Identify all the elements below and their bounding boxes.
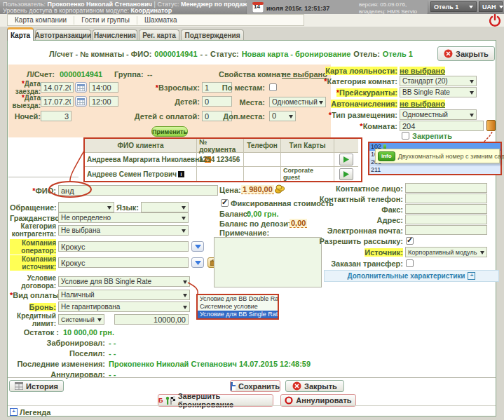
- nav-item-company-card[interactable]: Карта компании: [8, 16, 74, 25]
- close-button-label: Закрыть: [304, 382, 337, 391]
- tab-confirmations[interactable]: Подтверждения: [181, 29, 244, 41]
- settled-by-label: Поселил:: [14, 349, 105, 358]
- client-row[interactable]: Андреев Семен Петровичi Corporate guest: [85, 167, 361, 181]
- mailing-permission-checkbox[interactable]: [406, 237, 414, 245]
- transfer-ordered-label: Заказан трансфер:: [314, 259, 403, 268]
- room-picker-button[interactable]: [486, 120, 496, 131]
- price-value[interactable]: 1 980,00: [241, 185, 274, 194]
- nights-input[interactable]: [41, 111, 71, 121]
- close-card-button-top[interactable]: Закрыть: [437, 46, 495, 61]
- legend-label: Легенда: [20, 408, 50, 416]
- departure-time-input[interactable]: [89, 96, 118, 107]
- pricelist-value: BB Single Rate: [402, 88, 450, 96]
- source-company-picker-button[interactable]: [191, 257, 204, 268]
- extra-places-label: Доп.места:: [210, 112, 265, 121]
- tab-autotransactions[interactable]: Автотранзакции: [35, 29, 91, 41]
- departure-calendar-button[interactable]: [75, 96, 87, 107]
- note-textarea[interactable]: [214, 237, 322, 287]
- tab-reg-card[interactable]: Рег. карта: [139, 29, 179, 41]
- info-badge: info: [378, 151, 395, 161]
- nav-item-guests-groups[interactable]: Гости и группы: [74, 16, 137, 25]
- payment-type-value: Наличный: [61, 291, 95, 299]
- chevron-down-icon: [183, 306, 187, 309]
- language-select[interactable]: [141, 202, 189, 212]
- tab-charges[interactable]: Начисления: [93, 29, 137, 41]
- power-logout-icon[interactable]: [489, 14, 501, 27]
- by-places-checkbox[interactable]: [269, 83, 277, 91]
- access-label: Уровень доступа в корпоративном модуле:: [3, 7, 129, 14]
- source-company-input[interactable]: [58, 257, 189, 268]
- arrival-time-input[interactable]: [89, 82, 118, 93]
- salutation-select[interactable]: [58, 202, 114, 212]
- contract-condition-select[interactable]: Условие для BB Single Rate: [58, 276, 190, 287]
- hold-value: Не гарантирована: [61, 303, 120, 311]
- play-icon: [343, 156, 349, 163]
- pricelist-select[interactable]: BB Single Rate: [400, 87, 477, 97]
- autocharges-link[interactable]: не выбрано: [400, 100, 445, 108]
- col-header-card-type: Тип Карты: [281, 139, 334, 153]
- access-level-line: Уровень доступа в корпоративном модуле: …: [3, 7, 172, 14]
- save-button[interactable]: Сохранить: [230, 380, 280, 392]
- card-status-value: Новая карта - бронирование: [242, 50, 351, 58]
- card-hotel-value: Отель 1: [383, 50, 413, 58]
- calendar-icon: [77, 84, 85, 91]
- deposit-balance-value[interactable]: 0,00: [290, 219, 307, 228]
- citizenship-select[interactable]: Не определено: [58, 212, 189, 223]
- client-document-cell: [197, 167, 244, 181]
- pin-room-checkbox[interactable]: [402, 132, 409, 140]
- tab-card[interactable]: Карта: [7, 27, 34, 41]
- client-card-type-cell: [281, 153, 334, 167]
- currency-selector[interactable]: UAH: [479, 1, 503, 12]
- arrival-date-input[interactable]: [41, 82, 74, 93]
- nav-item-chessboard[interactable]: Шахматка: [137, 16, 184, 25]
- chevron-down-icon: [470, 80, 474, 83]
- placement-type-select[interactable]: Одноместный: [400, 109, 477, 120]
- extra-characteristics-expander[interactable]: Дополнительные характеристики +: [324, 270, 499, 282]
- operator-company-picker-button[interactable]: [191, 241, 204, 252]
- operator-company-input[interactable]: [58, 241, 189, 252]
- history-button[interactable]: История: [9, 380, 64, 392]
- client-card-type-cell: Corporate guest: [281, 167, 334, 181]
- coins-icon[interactable]: [275, 184, 285, 194]
- hotel-selector[interactable]: Отель 1: [430, 1, 477, 12]
- close-button-bottom[interactable]: Закрыть: [285, 380, 344, 392]
- credit-limit-amount-input[interactable]: [114, 314, 189, 325]
- dropdown-option[interactable]: Системное условие: [198, 303, 278, 311]
- apply-button[interactable]: Применить: [151, 126, 188, 137]
- fixed-price-checkbox[interactable]: [221, 199, 229, 207]
- arrival-calendar-button[interactable]: [75, 82, 87, 93]
- dropdown-option-selected[interactable]: Условие для BB Single Rate: [198, 311, 278, 318]
- card-header-line: Л/счет - № комнаты - ФИО: 0000014941 - -…: [49, 50, 413, 58]
- counterparty-category-select[interactable]: Не выбрана: [58, 225, 189, 236]
- legend-expand-icon[interactable]: +: [10, 408, 18, 416]
- access-value: Координатор: [130, 7, 172, 14]
- room-option[interactable]: 211: [369, 166, 500, 174]
- departure-date-label: *Дата выезда:: [8, 94, 41, 109]
- loyalty-card-label: Карта лояльности:: [308, 67, 397, 75]
- card-title-label: Л/счет - № комнаты - ФИО:: [49, 50, 151, 58]
- contact-person-input[interactable]: [405, 183, 487, 193]
- open-client-button[interactable]: [339, 168, 353, 180]
- transfer-ordered-checkbox[interactable]: [406, 259, 414, 267]
- hold-select[interactable]: Не гарантирована: [58, 302, 190, 312]
- payment-type-select[interactable]: Наличный: [58, 290, 190, 300]
- open-client-button[interactable]: [339, 154, 353, 165]
- departure-date-input[interactable]: [41, 96, 74, 107]
- loyalty-card-link[interactable]: не выбрано: [400, 67, 445, 75]
- extra-places-select[interactable]: 0: [269, 111, 296, 121]
- room-number-input[interactable]: [400, 121, 484, 131]
- dropdown-option[interactable]: Условие для BB Double Rate: [198, 295, 278, 303]
- fio-input[interactable]: [58, 185, 218, 196]
- close-icon: [444, 49, 453, 58]
- client-row[interactable]: Андреева Маргарита Николаевнаv 1254 1234…: [85, 153, 361, 167]
- contact-phone-input[interactable]: [405, 194, 487, 203]
- last-changes-label: Последние изменения:: [14, 360, 105, 368]
- source-select[interactable]: Корпоративный модуль: [405, 247, 487, 257]
- fax-input[interactable]: [405, 204, 487, 214]
- email-input[interactable]: [405, 225, 487, 235]
- address-input[interactable]: [405, 215, 487, 224]
- credit-limit-type-select[interactable]: Системный: [58, 314, 104, 325]
- room-category-select[interactable]: Стандарт (20): [400, 76, 477, 86]
- chevron-down-icon: [97, 318, 102, 322]
- arrival-date-label: *Дата заезда:: [8, 80, 41, 95]
